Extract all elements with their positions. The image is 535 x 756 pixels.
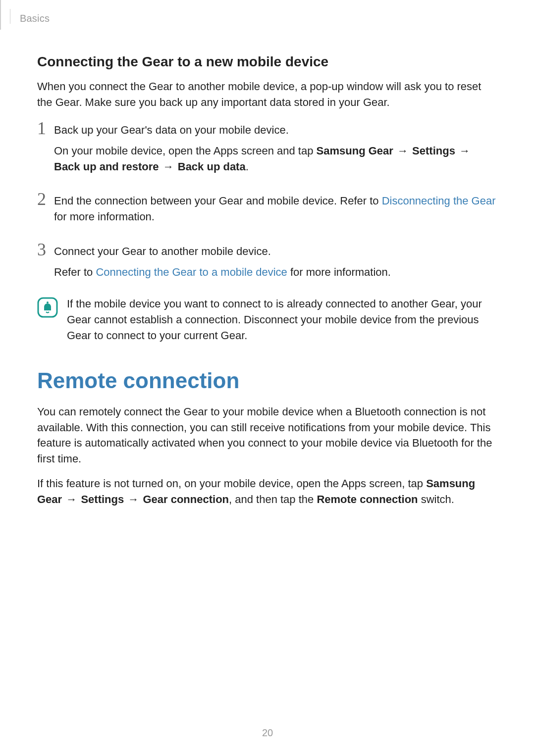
arrow-icon: → [62, 493, 81, 505]
arrow-icon: → [124, 493, 143, 505]
ui-label: Samsung Gear [317, 145, 393, 157]
ui-label: Back up and restore [54, 160, 159, 173]
remote-paragraph-1: You can remotely connect the Gear to you… [37, 404, 498, 467]
note-callout: If the mobile device you want to connect… [37, 296, 498, 344]
step-3: 3 Connect your Gear to another mobile de… [37, 241, 498, 285]
ui-label: Gear connection [143, 493, 229, 505]
arrow-icon: → [393, 145, 412, 157]
section-heading-remote: Remote connection [37, 368, 498, 393]
ui-label: Back up data [178, 160, 246, 173]
intro-paragraph: When you connect the Gear to another mob… [37, 79, 498, 110]
step-text: On your mobile device, open the Apps scr… [54, 143, 498, 175]
link-connecting-gear[interactable]: Connecting the Gear to a mobile device [96, 266, 287, 278]
step-text: End the connection between your Gear and… [54, 193, 498, 225]
step-number: 3 [37, 241, 54, 258]
ui-label: Remote connection [317, 493, 418, 505]
step-2: 2 End the connection between your Gear a… [37, 190, 498, 230]
link-disconnecting-gear[interactable]: Disconnecting the Gear [382, 195, 496, 207]
text: switch. [418, 493, 454, 505]
text: Refer to [54, 266, 96, 278]
step-1: 1 Back up your Gear's data on your mobil… [37, 119, 498, 180]
section-heading-connecting: Connecting the Gear to a new mobile devi… [37, 54, 498, 70]
text: If this feature is not turned on, on you… [37, 477, 426, 490]
text: On your mobile device, open the Apps scr… [54, 145, 317, 157]
arrow-icon: → [455, 145, 471, 157]
ui-label: Settings [81, 493, 124, 505]
breadcrumb: Basics [20, 13, 498, 24]
text: End the connection between your Gear and… [54, 195, 382, 207]
page-number: 20 [0, 727, 535, 739]
svg-point-1 [47, 302, 49, 303]
arrow-icon: → [159, 160, 178, 173]
page-content: Basics Connecting the Gear to a new mobi… [0, 0, 535, 507]
step-number: 1 [37, 119, 54, 137]
text: for more information. [54, 210, 155, 223]
text: . [246, 160, 249, 173]
step-text: Back up your Gear's data on your mobile … [54, 122, 498, 138]
ui-label: Settings [412, 145, 455, 157]
steps-list: 1 Back up your Gear's data on your mobil… [37, 119, 498, 285]
step-text: Refer to Connecting the Gear to a mobile… [54, 264, 498, 280]
remote-paragraph-2: If this feature is not turned on, on you… [37, 476, 498, 507]
text: , and then tap the [229, 493, 317, 505]
step-text: Connect your Gear to another mobile devi… [54, 244, 498, 259]
text: for more information. [287, 266, 391, 278]
note-bell-icon [37, 297, 58, 318]
step-number: 2 [37, 190, 54, 208]
note-text: If the mobile device you want to connect… [67, 296, 498, 344]
